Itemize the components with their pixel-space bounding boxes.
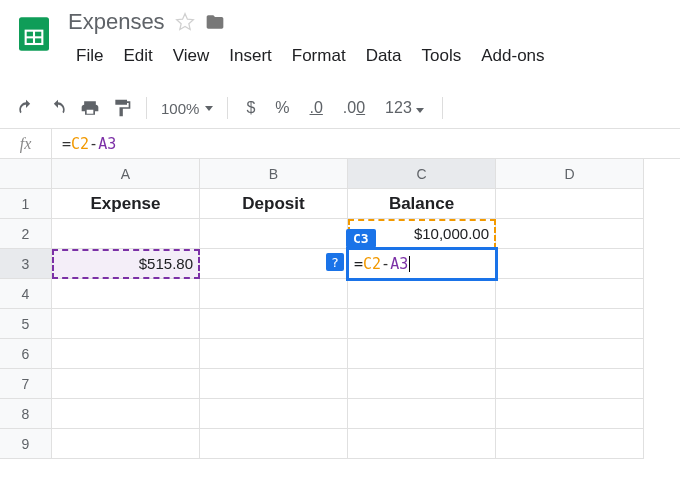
row-header-6[interactable]: 6 [0, 339, 52, 369]
cell-C6[interactable] [348, 339, 496, 369]
cell-C5[interactable] [348, 309, 496, 339]
star-icon[interactable] [175, 12, 195, 32]
cell-B6[interactable] [200, 339, 348, 369]
cell-D1[interactable] [496, 189, 644, 219]
row-header-4[interactable]: 4 [0, 279, 52, 309]
cell-C9[interactable] [348, 429, 496, 459]
redo-icon[interactable] [44, 94, 72, 122]
menu-data[interactable]: Data [358, 42, 410, 70]
cell-B7[interactable] [200, 369, 348, 399]
row-header-8[interactable]: 8 [0, 399, 52, 429]
cell-D4[interactable] [496, 279, 644, 309]
document-title[interactable]: Expenses [68, 9, 165, 35]
cell-B2[interactable] [200, 219, 348, 249]
cell-C3-editing[interactable]: C3 ? =C2-A3 [348, 249, 496, 279]
cell-D9[interactable] [496, 429, 644, 459]
row-header-7[interactable]: 7 [0, 369, 52, 399]
col-header-B[interactable]: B [200, 159, 348, 189]
cell-D5[interactable] [496, 309, 644, 339]
row-header-9[interactable]: 9 [0, 429, 52, 459]
more-formats-button[interactable]: 123 [377, 99, 432, 117]
cell-A2[interactable] [52, 219, 200, 249]
chevron-down-icon [205, 106, 213, 111]
cell-A5[interactable] [52, 309, 200, 339]
cell-B5[interactable] [200, 309, 348, 339]
cell-A4[interactable] [52, 279, 200, 309]
row-header-5[interactable]: 5 [0, 309, 52, 339]
spreadsheet-grid[interactable]: A B C D 1 Expense Deposit Balance 2 $10,… [0, 159, 680, 459]
cell-B4[interactable] [200, 279, 348, 309]
col-header-C[interactable]: C [348, 159, 496, 189]
cell-D6[interactable] [496, 339, 644, 369]
active-cell-badge: C3 [346, 229, 376, 248]
menu-addons[interactable]: Add-ons [473, 42, 552, 70]
cell-C8[interactable] [348, 399, 496, 429]
zoom-selector[interactable]: 100% [157, 100, 217, 117]
formula-help-icon[interactable]: ? [326, 253, 344, 271]
cell-B9[interactable] [200, 429, 348, 459]
cell-A6[interactable] [52, 339, 200, 369]
cell-D7[interactable] [496, 369, 644, 399]
col-header-D[interactable]: D [496, 159, 644, 189]
cell-B8[interactable] [200, 399, 348, 429]
cell-A9[interactable] [52, 429, 200, 459]
row-header-1[interactable]: 1 [0, 189, 52, 219]
format-percent-button[interactable]: % [267, 99, 297, 117]
menu-tools[interactable]: Tools [414, 42, 470, 70]
format-currency-button[interactable]: $ [238, 99, 263, 117]
cell-C4[interactable] [348, 279, 496, 309]
print-icon[interactable] [76, 94, 104, 122]
menu-view[interactable]: View [165, 42, 218, 70]
undo-icon[interactable] [12, 94, 40, 122]
cell-A8[interactable] [52, 399, 200, 429]
menu-bar: File Edit View Insert Format Data Tools … [68, 42, 672, 70]
cell-A3[interactable]: $515.80 [52, 249, 200, 279]
col-header-A[interactable]: A [52, 159, 200, 189]
formula-input[interactable]: =C2-A3 [52, 135, 116, 153]
decrease-decimal-button[interactable]: .0 [302, 99, 331, 117]
cell-D8[interactable] [496, 399, 644, 429]
chevron-down-icon [416, 108, 424, 113]
row-header-3[interactable]: 3 [0, 249, 52, 279]
cell-A1[interactable]: Expense [52, 189, 200, 219]
cell-B1[interactable]: Deposit [200, 189, 348, 219]
menu-insert[interactable]: Insert [221, 42, 280, 70]
cell-D2[interactable] [496, 219, 644, 249]
formula-bar: fx =C2-A3 [0, 129, 680, 159]
menu-format[interactable]: Format [284, 42, 354, 70]
cell-D3[interactable] [496, 249, 644, 279]
menu-edit[interactable]: Edit [115, 42, 160, 70]
menu-file[interactable]: File [68, 42, 111, 70]
paint-format-icon[interactable] [108, 94, 136, 122]
increase-decimal-button[interactable]: .00 [335, 99, 373, 117]
toolbar: 100% $ % .0 .00 123 [0, 88, 680, 129]
cell-A7[interactable] [52, 369, 200, 399]
fx-label: fx [0, 129, 52, 158]
select-all-corner[interactable] [0, 159, 52, 189]
folder-icon[interactable] [205, 12, 225, 32]
cell-C7[interactable] [348, 369, 496, 399]
row-header-2[interactable]: 2 [0, 219, 52, 249]
cell-C1[interactable]: Balance [348, 189, 496, 219]
sheets-logo-icon[interactable] [8, 8, 60, 60]
